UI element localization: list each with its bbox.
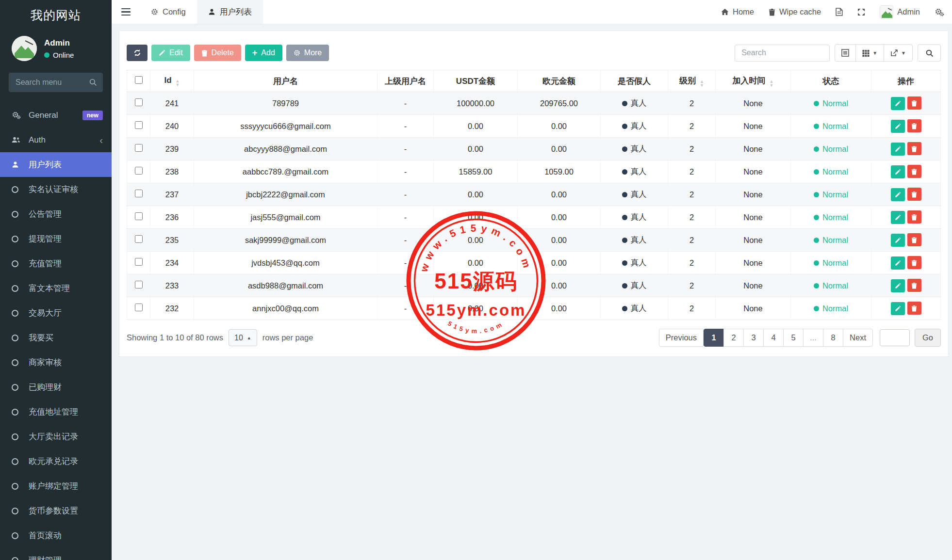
page-button-8[interactable]: 8 [823,329,843,347]
page-button-4[interactable]: 4 [763,329,784,347]
sidebar-item-账户绑定管理[interactable]: 账户绑定管理 [0,474,112,498]
search-submit-button[interactable] [918,44,941,62]
row-checkbox[interactable] [135,212,143,220]
sidebar-item-商家审核[interactable]: 商家审核 [0,350,112,375]
table-row: 232annjxc00@qq.com-0.000.00真人2NoneNormal [127,297,941,320]
check-update-button[interactable] [828,0,850,24]
home-button[interactable]: Home [714,0,761,24]
sidebar-item-充值地址管理[interactable]: 充值地址管理 [0,400,112,424]
row-checkbox[interactable] [135,144,143,152]
row-delete-button[interactable] [907,188,921,201]
sidebar-item-首页滚动[interactable]: 首页滚动 [0,523,112,548]
column-header-欧元金额: 欧元金额 [518,70,601,92]
row-edit-button[interactable] [891,279,905,292]
row-edit-button[interactable] [891,256,905,270]
real-user-dot-icon [622,101,627,106]
page-button-3[interactable]: 3 [743,329,764,347]
admin-menu[interactable]: Admin [872,0,927,24]
page-size-value: 10 [234,334,243,342]
circle-icon [12,359,18,366]
row-edit-button[interactable] [891,302,905,315]
sort-carets-icon[interactable]: ▲▼ [770,80,774,87]
sidebar-item-已购理财[interactable]: 已购理财 [0,375,112,400]
row-checkbox[interactable] [135,167,143,175]
user-icon [12,161,19,168]
row-delete-button[interactable] [907,96,921,110]
sidebar-item-欧元承兑记录[interactable]: 欧元承兑记录 [0,449,112,474]
username-cell: 789789 [194,92,378,115]
actions-cell [871,92,941,115]
wipe-cache-label: Wipe cache [779,7,821,16]
next-page-button[interactable]: Next [843,329,873,347]
row-checkbox[interactable] [135,258,143,266]
sidebar-item-General[interactable]: Generalnew [0,103,112,128]
page-size-dropdown[interactable]: 10 ▲ [229,329,257,346]
sidebar-item-货币参数设置[interactable]: 货币参数设置 [0,498,112,523]
row-edit-button[interactable] [891,143,905,156]
sidebar-item-用户列表[interactable]: 用户列表 [0,152,112,177]
row-edit-button[interactable] [891,211,905,224]
row-delete-button[interactable] [907,233,921,246]
sort-carets-icon[interactable]: ▲▼ [176,79,180,87]
row-edit-button[interactable] [891,120,905,133]
refresh-button[interactable] [127,45,148,61]
row-checkbox[interactable] [135,98,143,106]
row-edit-button[interactable] [891,188,905,201]
fullscreen-button[interactable] [850,0,872,24]
select-all-checkbox[interactable] [135,76,143,84]
row-delete-button[interactable] [907,279,921,292]
sidebar-item-交易大厅[interactable]: 交易大厅 [0,301,112,325]
go-button[interactable]: Go [915,329,941,347]
page-button-5[interactable]: 5 [783,329,804,347]
row-delete-button[interactable] [907,165,921,178]
wipe-cache-button[interactable]: Wipe cache [761,0,828,24]
table-search-input[interactable] [735,45,830,62]
row-delete-button[interactable] [907,302,921,315]
trash-icon [911,100,917,107]
row-edit-button[interactable] [891,97,905,110]
row-select-cell [127,252,150,274]
sidebar-item-label: 账户绑定管理 [29,480,78,492]
row-delete-button[interactable] [907,210,921,224]
sidebar-item-大厅卖出记录[interactable]: 大厅卖出记录 [0,424,112,449]
row-checkbox[interactable] [135,121,143,129]
settings-button[interactable] [927,0,952,24]
previous-page-button[interactable]: Previous [659,329,704,347]
sidebar-item-提现管理[interactable]: 提现管理 [0,226,112,251]
row-delete-button[interactable] [907,142,921,155]
row-checkbox[interactable] [135,281,143,288]
row-edit-button[interactable] [891,234,905,247]
row-delete-button[interactable] [907,256,921,269]
tab-config[interactable]: Config [140,0,197,24]
sidebar-item-公告管理[interactable]: 公告管理 [0,202,112,226]
row-checkbox[interactable] [135,304,143,311]
sidebar-item-理财管理[interactable]: 理财管理 [0,548,112,560]
row-checkbox[interactable] [135,190,143,197]
row-checkbox[interactable] [135,235,143,243]
sidebar-item-充值管理[interactable]: 充值管理 [0,251,112,276]
add-button[interactable]: + Add [245,45,282,61]
edit-button[interactable]: Edit [151,45,190,61]
column-header-加入时间[interactable]: 加入时间▲▼ [716,70,791,92]
home-label: Home [733,7,754,16]
page-button-2[interactable]: 2 [723,329,744,347]
sort-carets-icon[interactable]: ▲▼ [700,80,704,87]
export-button[interactable]: ▼ [884,44,913,62]
more-button[interactable]: More [286,45,329,61]
sidebar-item-我要买[interactable]: 我要买 [0,325,112,350]
delete-button[interactable]: Delete [194,45,241,61]
page-button-1[interactable]: 1 [704,329,724,347]
sidebar-item-富文本管理[interactable]: 富文本管理 [0,276,112,301]
row-delete-button[interactable] [907,119,921,132]
sidebar-item-实名认证审核[interactable]: 实名认证审核 [0,177,112,202]
detail-view-button[interactable] [835,44,856,62]
join-time-cell: None [716,252,791,274]
row-edit-button[interactable] [891,165,905,178]
column-header-级别[interactable]: 级别▲▼ [668,70,716,92]
sidebar-toggle-button[interactable] [112,0,140,24]
tab-userlist[interactable]: 用户列表 [197,0,263,24]
sidebar-item-Auth[interactable]: Auth‹ [0,128,112,152]
column-header-Id[interactable]: Id▲▼ [150,70,194,92]
page-jump-input[interactable] [880,329,910,346]
columns-button[interactable]: ▼ [855,44,884,62]
